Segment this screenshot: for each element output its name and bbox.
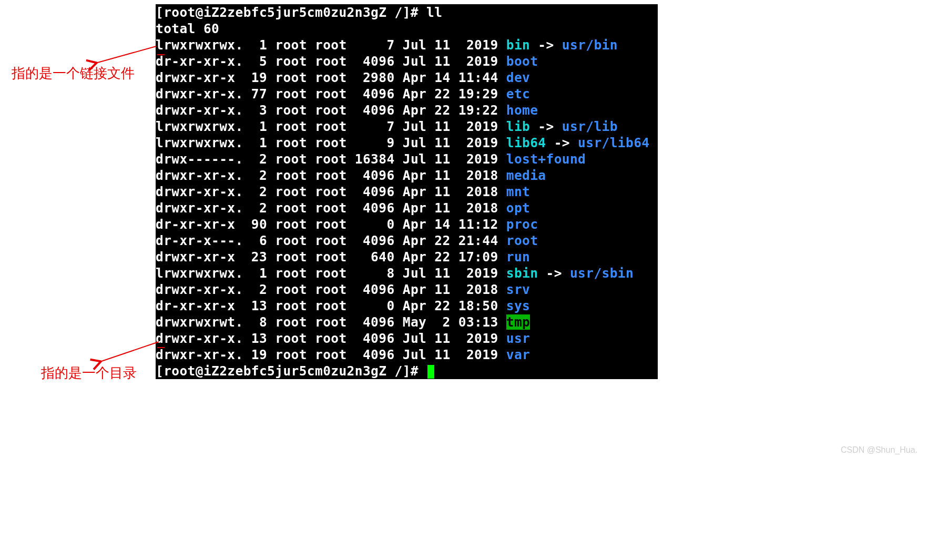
- col-group: root: [315, 266, 347, 281]
- link-target: usr/sbin: [570, 266, 634, 281]
- stage: [root@iZ2zebfc5jur5cm0zu2n3gZ /]# lltota…: [0, 0, 928, 560]
- col-day: 22: [434, 103, 450, 118]
- col-links: 23: [251, 249, 267, 264]
- ls-row: lrwxrwxrwx. 1 root root 7 Jul 11 2019 bi…: [156, 37, 658, 53]
- col-day: 11: [434, 168, 450, 183]
- col-time: 11:44: [458, 70, 498, 85]
- col-size: 4096: [355, 200, 395, 216]
- col-month: Apr: [403, 200, 426, 216]
- col-day: 11: [434, 331, 450, 346]
- filename-dir: root: [506, 233, 538, 248]
- col-perm: drwxr-xr-x.: [156, 282, 243, 297]
- col-perm: drwxr-xr-x.: [156, 347, 243, 362]
- col-day: 11: [434, 54, 450, 69]
- ls-row: drwxr-xr-x. 19 root root 4096 Jul 11 201…: [156, 347, 658, 363]
- col-owner: root: [275, 233, 307, 248]
- col-group: root: [315, 184, 347, 199]
- col-group: root: [315, 282, 347, 297]
- ls-row: lrwxrwxrwx. 1 root root 7 Jul 11 2019 li…: [156, 118, 658, 135]
- filename-dir: home: [506, 103, 538, 118]
- col-perm: lrwxrwxrwx.: [156, 37, 243, 53]
- col-month: Jul: [403, 135, 426, 150]
- col-links: 77: [251, 86, 267, 101]
- col-group: root: [315, 103, 347, 118]
- col-owner: root: [275, 86, 307, 101]
- red-underline-dir: [157, 347, 165, 348]
- ls-row: dr-xr-xr-x. 5 root root 4096 Jul 11 2019…: [156, 53, 658, 69]
- terminal-line: [root@iZ2zebfc5jur5cm0zu2n3gZ /]#: [156, 363, 658, 379]
- col-perm: drwxr-xr-x: [156, 70, 243, 85]
- ls-row: drwx------. 2 root root 16384 Jul 11 201…: [156, 151, 658, 167]
- col-time: 21:44: [458, 233, 498, 248]
- col-time: 17:09: [458, 249, 498, 264]
- ls-row: drwxr-xr-x. 2 root root 4096 Apr 11 2018…: [156, 184, 658, 200]
- col-owner: root: [275, 282, 307, 297]
- col-group: root: [315, 249, 347, 264]
- col-perm: dr-xr-xr-x: [156, 217, 243, 232]
- ls-row: drwxr-xr-x 19 root root 2980 Apr 14 11:4…: [156, 69, 658, 86]
- col-size: 4096: [355, 282, 395, 297]
- col-owner: root: [275, 54, 307, 69]
- cursor[interactable]: [427, 365, 434, 379]
- col-size: 4096: [355, 168, 395, 183]
- col-perm: drwxr-xr-x.: [156, 200, 243, 216]
- col-month: May: [403, 314, 426, 330]
- col-size: 8: [355, 266, 395, 281]
- filename-dir: srv: [506, 282, 530, 297]
- ls-row: drwxrwxrwt. 8 root root 4096 May 2 03:13…: [156, 314, 658, 330]
- col-links: 1: [251, 135, 267, 150]
- col-time: 2019: [458, 135, 498, 150]
- annotation-directory: 指的是一个目录: [41, 364, 137, 382]
- svg-line-1: [100, 342, 159, 362]
- col-day: 11: [434, 37, 450, 53]
- col-size: 16384: [355, 151, 395, 167]
- svg-line-0: [96, 46, 156, 63]
- terminal-line: total 60: [156, 21, 658, 37]
- col-day: 11: [434, 266, 450, 281]
- col-links: 2: [251, 282, 267, 297]
- terminal-window[interactable]: [root@iZ2zebfc5jur5cm0zu2n3gZ /]# lltota…: [156, 4, 658, 379]
- link-arrow: ->: [546, 135, 578, 150]
- col-month: Apr: [403, 233, 426, 248]
- col-month: Apr: [403, 103, 426, 118]
- col-size: 4096: [355, 331, 395, 346]
- col-day: 11: [434, 282, 450, 297]
- col-owner: root: [275, 347, 307, 362]
- col-day: 22: [434, 298, 450, 313]
- col-links: 1: [251, 37, 267, 53]
- col-size: 4096: [355, 103, 395, 118]
- col-owner: root: [275, 200, 307, 216]
- col-group: root: [315, 233, 347, 248]
- col-group: root: [315, 37, 347, 53]
- col-time: 03:13: [458, 314, 498, 330]
- col-day: 22: [434, 233, 450, 248]
- col-owner: root: [275, 331, 307, 346]
- col-size: 640: [355, 249, 395, 264]
- col-links: 1: [251, 266, 267, 281]
- ls-row: drwxr-xr-x. 13 root root 4096 Jul 11 201…: [156, 330, 658, 347]
- col-group: root: [315, 86, 347, 101]
- watermark: CSDN @Shun_Hua.: [841, 445, 917, 455]
- col-perm: drwx------.: [156, 151, 243, 167]
- col-links: 6: [251, 233, 267, 248]
- col-perm: drwxr-xr-x.: [156, 331, 243, 346]
- col-month: Apr: [403, 249, 426, 264]
- ls-row: dr-xr-x---. 6 root root 4096 Apr 22 21:4…: [156, 232, 658, 249]
- col-group: root: [315, 314, 347, 330]
- col-owner: root: [275, 135, 307, 150]
- col-day: 14: [434, 70, 450, 85]
- col-links: 90: [251, 217, 267, 232]
- total-line: total 60: [156, 21, 219, 36]
- col-owner: root: [275, 314, 307, 330]
- col-group: root: [315, 135, 347, 150]
- filename-link: lib: [506, 119, 530, 134]
- col-month: Apr: [403, 282, 426, 297]
- link-arrow: ->: [530, 37, 562, 53]
- annotation-link-file: 指的是一个链接文件: [12, 64, 135, 83]
- col-size: 2980: [355, 70, 395, 85]
- col-time: 2019: [458, 151, 498, 167]
- col-owner: root: [275, 119, 307, 134]
- prompt-line: [root@iZ2zebfc5jur5cm0zu2n3gZ /]#: [156, 363, 426, 379]
- col-size: 4096: [355, 86, 395, 101]
- col-perm: dr-xr-xr-x.: [156, 54, 243, 69]
